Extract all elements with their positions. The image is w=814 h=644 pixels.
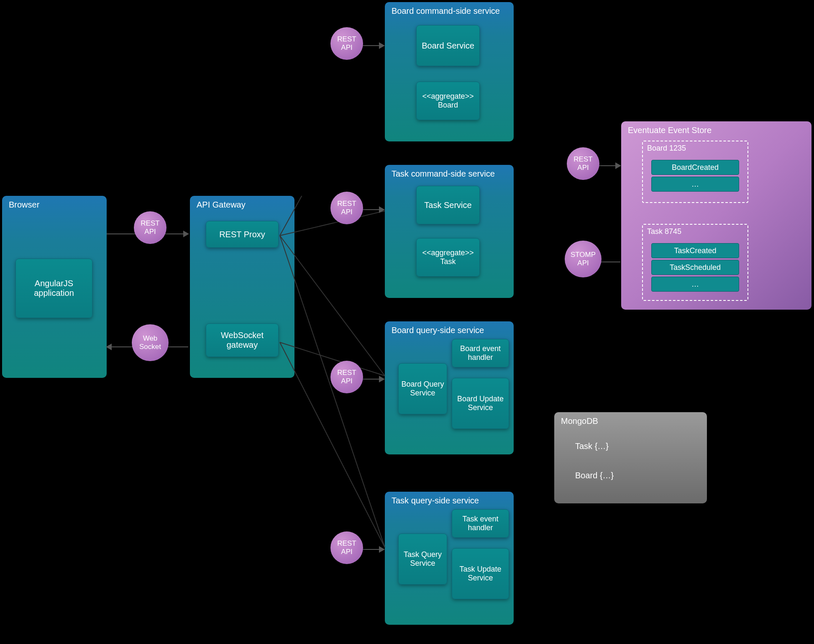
b: API: [341, 44, 352, 52]
t: REST: [573, 155, 592, 164]
board-event-handler-label: Board event handler: [452, 344, 509, 362]
comp-board-query-svc: Board Query Service: [398, 363, 447, 414]
group-task-events: Task 8745 TaskCreated TaskScheduled …: [642, 224, 748, 301]
panel-board-cmd: Board command-side service Board Service…: [385, 2, 514, 141]
task-update-svc-label: Task Update Service: [452, 565, 509, 582]
board-qry-title: Board query-side service: [385, 321, 514, 338]
task-qry-title: Task query-side service: [385, 492, 514, 508]
gateway-title: API Gateway: [190, 196, 294, 212]
comp-task-event-handler: Task event handler: [452, 509, 509, 538]
panel-api-gateway: API Gateway REST Proxy WebSocket gateway: [190, 196, 294, 378]
svg-line-3: [280, 236, 385, 547]
comp-angular-app: AngularJS application: [15, 259, 92, 318]
event-task-more: …: [651, 277, 739, 292]
event-board-more: …: [651, 177, 739, 192]
comp-task-service: Task Service: [416, 186, 480, 224]
panel-board-qry: Board query-side service Board Query Ser…: [385, 321, 514, 454]
b: API: [577, 164, 589, 172]
badge-rest-api-browser: REST API: [134, 211, 166, 244]
board-cmd-title: Board command-side service: [385, 2, 514, 18]
panel-task-qry: Task query-side service Task Query Servi…: [385, 492, 514, 625]
group-board-events: Board 1235 BoardCreated …: [642, 141, 748, 203]
angular-app-label: AngularJS application: [16, 279, 92, 298]
panel-mongodb: MongoDB Task {…} Board {…}: [554, 412, 707, 503]
comp-task-update-svc: Task Update Service: [452, 548, 509, 599]
rest-proxy-label: REST Proxy: [206, 230, 278, 239]
badge-rest-event-store: RESTAPI: [567, 147, 599, 180]
board-update-svc-label: Board Update Service: [452, 395, 509, 412]
mongodb-title: MongoDB: [554, 412, 707, 428]
comp-rest-proxy: REST Proxy: [206, 221, 279, 248]
comp-ws-gateway: WebSocket gateway: [206, 323, 279, 357]
board-query-svc-label: Board Query Service: [399, 380, 447, 398]
t: REST: [337, 35, 356, 44]
badge-rest-board-qry: RESTAPI: [330, 361, 363, 393]
b: API: [341, 208, 352, 216]
badge-ws-top: Web: [143, 334, 158, 343]
badge-rest-top: REST: [141, 219, 159, 228]
task-agg-stereotype: <<aggregate>>: [417, 249, 479, 257]
task-service-label: Task Service: [417, 200, 479, 210]
panel-event-store: Eventuate Event Store Board 1235 BoardCr…: [621, 121, 811, 310]
board-group-title: Board 1235: [643, 141, 747, 155]
badge-websocket: Web Socket: [132, 324, 169, 361]
comp-task-aggregate: <<aggregate>> Task: [416, 238, 480, 277]
mongodb-board: Board {…}: [575, 471, 614, 480]
b: API: [577, 259, 589, 267]
task-group-title: Task 8745: [643, 225, 747, 239]
browser-title: Browser: [2, 196, 107, 212]
board-agg-name: Board: [417, 101, 479, 110]
badge-ws-bot: Socket: [139, 343, 161, 351]
task-cmd-title: Task command-side service: [385, 165, 514, 181]
task-query-svc-label: Task Query Service: [399, 550, 447, 568]
badge-stomp: STOMPAPI: [565, 241, 602, 277]
comp-task-query-svc: Task Query Service: [398, 534, 447, 585]
comp-board-service: Board Service: [416, 25, 480, 66]
comp-board-aggregate: <<aggregate>> Board: [416, 82, 480, 120]
t: STOMP: [571, 251, 596, 259]
event-board-created: BoardCreated: [651, 160, 739, 175]
architecture-diagram: Browser AngularJS application API Gatewa…: [0, 0, 814, 644]
ws-gateway-label: WebSocket gateway: [206, 331, 278, 350]
badge-rest-task-cmd: RESTAPI: [330, 192, 363, 224]
t: REST: [337, 539, 356, 548]
badge-rest-bot: API: [144, 228, 156, 236]
board-service-label: Board Service: [417, 41, 479, 51]
t: REST: [337, 200, 356, 208]
comp-board-update-svc: Board Update Service: [452, 378, 509, 429]
event-task-created: TaskCreated: [651, 243, 739, 258]
task-agg-name: Task: [417, 257, 479, 266]
panel-browser: Browser AngularJS application: [2, 196, 107, 378]
svg-line-2: [280, 236, 385, 376]
comp-board-event-handler: Board event handler: [452, 339, 509, 367]
board-agg-stereotype: <<aggregate>>: [417, 92, 479, 101]
b: API: [341, 377, 352, 385]
task-event-handler-label: Task event handler: [452, 515, 509, 532]
t: REST: [337, 369, 356, 377]
badge-rest-task-qry: RESTAPI: [330, 531, 363, 564]
b: API: [341, 548, 352, 556]
event-task-scheduled: TaskScheduled: [651, 260, 739, 275]
mongodb-task: Task {…}: [575, 441, 609, 451]
panel-task-cmd: Task command-side service Task Service <…: [385, 165, 514, 298]
event-store-title: Eventuate Event Store: [621, 121, 811, 138]
badge-rest-board-cmd: RESTAPI: [330, 27, 363, 60]
